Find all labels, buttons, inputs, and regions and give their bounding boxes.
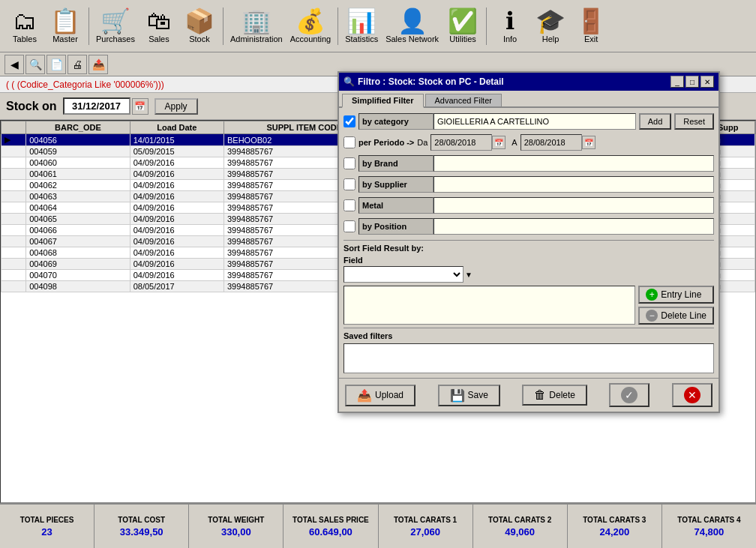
saved-filters-area	[344, 343, 714, 373]
total-item-total-carats-4: TOTAL CARATS 4 74,800	[662, 505, 756, 548]
cell-date: 04/09/2016	[130, 247, 224, 259]
sort-textarea[interactable]	[344, 286, 635, 325]
toolbar-icon-help: 🎓	[536, 9, 566, 33]
toolbar-item-tables[interactable]: 🗂 Tables	[5, 7, 44, 45]
toolbar-icon-tables: 🗂	[13, 9, 37, 33]
toolbar-icon-sales network: 👤	[398, 9, 428, 33]
toolbar-item-stock[interactable]: 📦 Stock	[180, 7, 219, 45]
toolbar-label-stock: Stock	[189, 34, 210, 43]
cell-barc: 004062	[26, 180, 130, 191]
toolbar-item-help[interactable]: 🎓 Help	[531, 7, 570, 45]
toolbar-item-purchases[interactable]: 🛒 Purchases	[93, 7, 138, 45]
by-category-checkbox[interactable]	[344, 115, 356, 127]
total-item-total-carats-1: TOTAL CARATS 1 27,060	[379, 505, 473, 548]
total-label: TOTAL SALES PRICE	[292, 516, 369, 525]
row-arrow	[2, 247, 26, 259]
row-arrow	[2, 191, 26, 202]
per-periodo-checkbox[interactable]	[344, 136, 356, 148]
toolbar-item-master[interactable]: 📋 Master	[46, 7, 85, 45]
row-arrow	[2, 157, 26, 169]
export-button[interactable]: 📤	[88, 55, 108, 74]
apply-button[interactable]: Apply	[154, 98, 198, 115]
delete-line-button[interactable]: − Delete Line	[638, 307, 714, 325]
back-button[interactable]: ◀	[4, 55, 24, 74]
cell-date: 04/09/2016	[130, 259, 224, 270]
search-button[interactable]: 🔍	[26, 55, 45, 74]
sort-area: + Entry Line − Delete Line	[344, 286, 714, 325]
add-button[interactable]: Add	[639, 113, 672, 130]
metal-row: Metal	[344, 196, 714, 214]
saved-filters-label: Saved filters	[344, 331, 714, 340]
saved-filters: Saved filters	[344, 328, 714, 373]
col-header-barc_ode: BARC_ODE	[26, 121, 130, 134]
upload-button[interactable]: 📤 Upload	[345, 385, 416, 406]
cell-barc: 004070	[26, 270, 130, 281]
copy-button[interactable]: 📄	[46, 55, 66, 74]
field-select[interactable]	[344, 266, 464, 283]
cancel-button[interactable]: ✕	[672, 383, 712, 407]
metal-input[interactable]	[434, 197, 714, 214]
maximize-button[interactable]: □	[686, 76, 699, 88]
minimize-button[interactable]: _	[670, 76, 684, 88]
main-toolbar: 🗂 Tables 📋 Master 🛒 Purchases 🛍 Sales 📦 …	[0, 0, 756, 52]
toolbar-icon-utilities: ✅	[448, 9, 478, 33]
toolbar-label-purchases: Purchases	[96, 34, 135, 43]
by-category-row: by category GIOIELLERIA A CARTELLINO Add…	[344, 112, 714, 130]
entry-icon: +	[646, 289, 658, 301]
cell-date: 04/09/2016	[130, 180, 224, 191]
row-arrow	[2, 236, 26, 247]
metal-label: Metal	[358, 197, 434, 214]
toolbar-item-statistics[interactable]: 📊 Statistics	[342, 7, 381, 45]
row-arrow	[2, 169, 26, 180]
toolbar-item-exit[interactable]: 🚪 Exit	[572, 7, 610, 45]
total-item-total-cost: TOTAL COST 33.349,50	[94, 505, 189, 548]
by-position-input[interactable]	[434, 218, 714, 235]
toolbar-icon-administration: 🏢	[242, 9, 272, 33]
row-arrow	[2, 180, 26, 191]
toolbar-label-sales: Sales	[148, 34, 170, 43]
toolbar-item-info[interactable]: ℹ Info	[490, 7, 530, 45]
toolbar-item-utilities[interactable]: ✅ Utilities	[443, 7, 482, 45]
by-brand-input[interactable]	[434, 155, 714, 172]
delete-footer-icon: 🗑	[534, 388, 546, 402]
cell-barc: 004069	[26, 259, 130, 270]
sort-section: Sort Field Result by: Field ▼ + Entry Li…	[344, 240, 714, 325]
stock-date-input[interactable]	[63, 97, 130, 115]
total-item-total-weight: TOTAL WEIGHT 330,00	[189, 505, 284, 548]
metal-checkbox[interactable]	[344, 199, 356, 211]
print-button[interactable]: 🖨	[68, 55, 87, 74]
toolbar-item-sales-network[interactable]: 👤 Sales Network	[382, 7, 442, 45]
close-button[interactable]: ✕	[700, 76, 714, 88]
total-value: 23	[41, 526, 52, 538]
toolbar-icon-purchases: 🛒	[100, 9, 130, 33]
dialog-icon: 🔍	[344, 76, 355, 87]
toolbar-icon-master: 📋	[50, 9, 80, 33]
by-category-label: by category	[358, 113, 434, 130]
toolbar-item-accounting[interactable]: 💰 Accounting	[287, 7, 334, 45]
calendar-icon[interactable]: 📅	[132, 98, 148, 115]
reset-button[interactable]: Reset	[674, 113, 714, 130]
entry-line-button[interactable]: + Entry Line	[638, 286, 714, 304]
cell-date: 04/09/2016	[130, 157, 224, 169]
cell-date: 04/09/2016	[130, 270, 224, 281]
toolbar-item-sales[interactable]: 🛍 Sales	[140, 7, 178, 45]
cell-barc: 004060	[26, 157, 130, 169]
tab-advanced-filter[interactable]: Advanced Filter	[425, 94, 502, 106]
save-button[interactable]: 💾 Save	[438, 385, 500, 406]
row-arrow	[2, 270, 26, 281]
toolbar-item-administration[interactable]: 🏢 Administration	[227, 7, 286, 45]
by-supplier-input[interactable]	[434, 176, 714, 193]
a-calendar-icon[interactable]: 📅	[582, 136, 596, 149]
tab-simplified-filter[interactable]: Simplified Filter	[342, 94, 424, 108]
by-category-value: GIOIELLERIA A CARTELLINO	[434, 113, 636, 130]
by-position-checkbox[interactable]	[344, 220, 356, 232]
by-brand-checkbox[interactable]	[344, 157, 356, 169]
ok-button[interactable]: ✓	[609, 383, 650, 407]
cell-barc: 004098	[26, 281, 130, 292]
dialog-controls: _ □ ✕	[670, 76, 714, 88]
delete-button[interactable]: 🗑 Delete	[522, 385, 587, 406]
by-supplier-checkbox[interactable]	[344, 178, 356, 190]
row-arrow	[2, 225, 26, 236]
da-calendar-icon[interactable]: 📅	[492, 136, 506, 149]
cell-date: 04/09/2016	[130, 191, 224, 202]
